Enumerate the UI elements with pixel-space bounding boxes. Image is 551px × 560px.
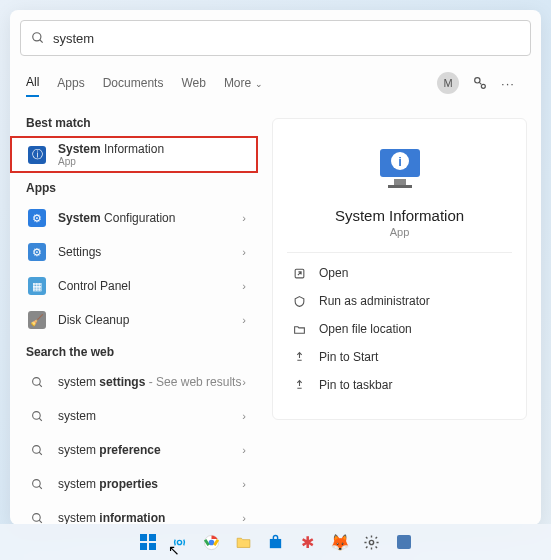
chevron-right-icon: › (242, 376, 246, 388)
section-search-web: Search the web (10, 337, 258, 365)
search-box[interactable] (20, 20, 531, 56)
disk-cleanup-icon: 🧹 (26, 309, 48, 331)
tab-more[interactable]: More ⌄ (224, 70, 263, 96)
tab-web[interactable]: Web (181, 70, 205, 96)
action-pin-start[interactable]: Pin to Start (287, 343, 512, 371)
svg-point-7 (32, 411, 40, 419)
app-item-settings[interactable]: ⚙ Settings › (10, 235, 258, 269)
taskbar: ✱ 🦊 (0, 524, 551, 560)
taskbar-app-icon[interactable] (390, 528, 418, 556)
chevron-right-icon: › (242, 444, 246, 456)
taskbar-gimp-icon[interactable]: 🦊 (326, 528, 354, 556)
system-information-icon: ⓘ (26, 144, 48, 166)
open-icon (289, 267, 309, 280)
taskbar-settings-icon[interactable] (358, 528, 386, 556)
chevron-down-icon: ⌄ (255, 79, 263, 89)
web-item[interactable]: system properties › (10, 467, 258, 501)
preview-column: i System Information App Open Run as adm… (258, 100, 541, 525)
preview-subtitle: App (287, 226, 512, 238)
svg-line-10 (39, 452, 42, 455)
action-open-location[interactable]: Open file location (287, 315, 512, 343)
search-icon (26, 507, 48, 525)
preview-title: System Information (287, 207, 512, 224)
tabs-row: All Apps Documents Web More ⌄ M ··· (10, 66, 541, 100)
svg-point-3 (481, 84, 485, 88)
chevron-right-icon: › (242, 314, 246, 326)
svg-line-1 (40, 40, 43, 43)
tab-apps[interactable]: Apps (57, 70, 84, 96)
svg-point-25 (177, 540, 181, 544)
chevron-right-icon: › (242, 478, 246, 490)
start-button[interactable] (134, 528, 162, 556)
results-column: Best match ⓘ System Information App Apps… (10, 100, 258, 525)
svg-rect-19 (388, 185, 412, 188)
svg-point-13 (32, 513, 40, 521)
web-item[interactable]: system › (10, 399, 258, 433)
start-search-panel: All Apps Documents Web More ⌄ M ··· Best… (10, 10, 541, 525)
search-input[interactable] (53, 31, 520, 46)
search-icon (26, 405, 48, 427)
chevron-right-icon: › (242, 280, 246, 292)
app-item-disk-cleanup[interactable]: 🧹 Disk Cleanup › (10, 303, 258, 337)
action-pin-taskbar[interactable]: Pin to taskbar (287, 371, 512, 399)
taskbar-broadcast-icon[interactable] (166, 528, 194, 556)
svg-point-5 (32, 377, 40, 385)
svg-point-0 (33, 33, 41, 41)
svg-rect-23 (140, 543, 147, 550)
tab-all[interactable]: All (26, 69, 39, 97)
control-panel-icon: ▦ (26, 275, 48, 297)
more-icon[interactable]: ··· (497, 72, 519, 94)
section-best-match: Best match (10, 108, 258, 136)
svg-rect-28 (270, 538, 281, 547)
pin-icon (289, 379, 309, 392)
chevron-right-icon: › (242, 212, 246, 224)
tab-documents[interactable]: Documents (103, 70, 164, 96)
folder-icon (289, 323, 309, 336)
svg-text:i: i (398, 154, 402, 169)
options-icon[interactable] (469, 72, 491, 94)
chevron-right-icon: › (242, 410, 246, 422)
taskbar-app-icon[interactable]: ✱ (294, 528, 322, 556)
chevron-right-icon: › (242, 512, 246, 524)
preview-card: i System Information App Open Run as adm… (272, 118, 527, 420)
svg-point-11 (32, 479, 40, 487)
svg-line-4 (479, 82, 481, 84)
admin-icon (289, 295, 309, 308)
svg-line-8 (39, 418, 42, 421)
chevron-right-icon: › (242, 246, 246, 258)
svg-rect-22 (149, 534, 156, 541)
search-icon (26, 439, 48, 461)
settings-icon: ⚙ (26, 241, 48, 263)
app-item-system-configuration[interactable]: ⚙ System Configuration › (10, 201, 258, 235)
web-item[interactable]: system information › (10, 501, 258, 525)
svg-point-2 (475, 78, 480, 83)
action-run-admin[interactable]: Run as administrator (287, 287, 512, 315)
best-match-item[interactable]: ⓘ System Information App (10, 136, 258, 173)
user-avatar[interactable]: M (437, 72, 459, 94)
web-item[interactable]: system settings - See web results › (10, 365, 258, 399)
svg-rect-21 (140, 534, 147, 541)
action-open[interactable]: Open (287, 259, 512, 287)
svg-rect-18 (394, 179, 406, 185)
taskbar-chrome-icon[interactable] (198, 528, 226, 556)
pin-icon (289, 351, 309, 364)
svg-line-12 (39, 486, 42, 489)
svg-point-29 (369, 540, 373, 544)
taskbar-explorer-icon[interactable] (230, 528, 258, 556)
svg-point-9 (32, 445, 40, 453)
search-icon (31, 31, 45, 45)
web-item[interactable]: system preference › (10, 433, 258, 467)
svg-rect-24 (149, 543, 156, 550)
search-icon (26, 371, 48, 393)
section-apps: Apps (10, 173, 258, 201)
system-information-large-icon: i (372, 139, 428, 195)
search-icon (26, 473, 48, 495)
taskbar-store-icon[interactable] (262, 528, 290, 556)
svg-line-14 (39, 520, 42, 523)
app-item-control-panel[interactable]: ▦ Control Panel › (10, 269, 258, 303)
system-configuration-icon: ⚙ (26, 207, 48, 229)
svg-line-6 (39, 384, 42, 387)
